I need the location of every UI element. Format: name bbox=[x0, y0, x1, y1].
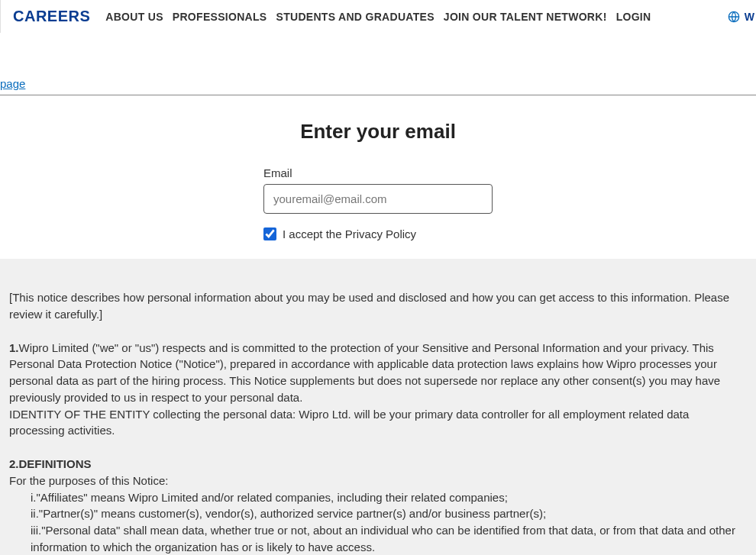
definition-i: i."Affiliates" means Wipro Limited and/o… bbox=[31, 489, 747, 506]
nav-about-us[interactable]: ABOUT US bbox=[105, 11, 163, 23]
notice-intro: [This notice describes how personal info… bbox=[9, 289, 747, 323]
def-i-prefix: i. bbox=[31, 491, 37, 504]
def-ii-text: "Partner(s)" means customer(s), vendor(s… bbox=[39, 507, 546, 520]
nav-brand[interactable]: CAREERS bbox=[13, 8, 90, 25]
notice-section-1: 1.Wipro Limited ("we" or "us") respects … bbox=[9, 340, 747, 406]
nav-students-graduates[interactable]: STUDENTS AND GRADUATES bbox=[276, 11, 435, 23]
notice-identity: IDENTITY OF THE ENTITY collecting the pe… bbox=[9, 406, 747, 440]
section-2-number: 2. bbox=[9, 457, 19, 470]
accept-privacy-checkbox[interactable] bbox=[263, 227, 276, 240]
page-title: Enter your email bbox=[0, 120, 756, 144]
notice-section-2-heading: 2.DEFINITIONS bbox=[9, 456, 747, 473]
def-iii-text: "Personal data" shall mean data, whether… bbox=[31, 524, 735, 553]
globe-icon bbox=[728, 11, 740, 23]
definitions-list: i."Affiliates" means Wipro Limited and/o… bbox=[9, 489, 747, 556]
nav-right: W bbox=[728, 11, 754, 23]
page-link[interactable]: page bbox=[0, 77, 25, 90]
privacy-notice: [This notice describes how personal info… bbox=[0, 259, 756, 555]
def-ii-prefix: ii. bbox=[31, 507, 39, 520]
section-1-body: Wipro Limited ("we" or "us") respects an… bbox=[9, 341, 720, 404]
nav-right-label[interactable]: W bbox=[745, 11, 754, 23]
notice-section-2-intro: For the purposes of this Notice: bbox=[9, 473, 747, 489]
nav-login[interactable]: LOGIN bbox=[616, 11, 651, 23]
definition-ii: ii."Partner(s)" means customer(s), vendo… bbox=[31, 505, 747, 522]
def-i-text: "Affiliates" means Wipro Limited and/or … bbox=[37, 491, 508, 504]
email-label: Email bbox=[263, 166, 493, 179]
section-2-title: DEFINITIONS bbox=[19, 457, 92, 470]
nav-professionals[interactable]: PROFESSIONALS bbox=[173, 11, 267, 23]
definition-iii: iii."Personal data" shall mean data, whe… bbox=[31, 522, 747, 555]
def-iii-prefix: iii. bbox=[31, 524, 41, 537]
nav-talent-network[interactable]: JOIN OUR TALENT NETWORK! bbox=[444, 11, 607, 23]
email-field[interactable] bbox=[263, 184, 493, 214]
nav-links: ABOUT US PROFESSIONALS STUDENTS AND GRAD… bbox=[105, 11, 745, 23]
section-1-number: 1. bbox=[9, 341, 19, 354]
accept-privacy-label: I accept the Privacy Policy bbox=[283, 227, 416, 240]
